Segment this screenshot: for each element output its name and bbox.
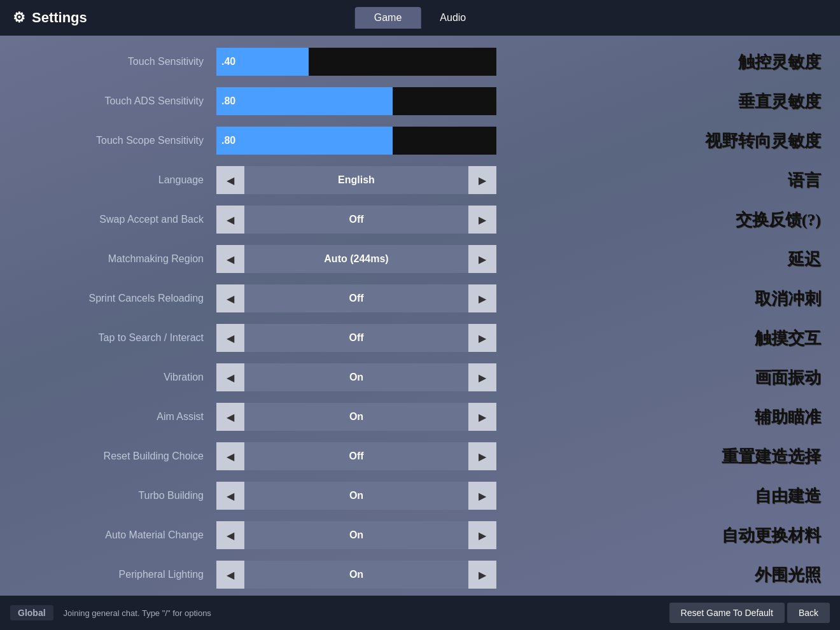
selector-row-2: Matchmaking Region ◀ Auto (244ms) ▶ 延迟 — [0, 239, 840, 279]
selector-value-4: Off — [244, 324, 468, 352]
chinese-sel-annotation-2: 延迟 — [788, 248, 821, 270]
chinese-sel-annotation-8: 自由建造 — [755, 485, 821, 507]
back-button[interactable]: Back — [787, 603, 830, 623]
selector-row-6: Aim Assist ◀ On ▶ 辅助瞄准 — [0, 397, 840, 437]
selector-label-7: Reset Building Choice — [0, 451, 216, 462]
selector-container-3: ◀ Off ▶ — [216, 284, 496, 312]
arrow-right-9[interactable]: ▶ — [468, 521, 496, 549]
selector-container-6: ◀ On ▶ — [216, 403, 496, 431]
arrow-left-3[interactable]: ◀ — [216, 284, 244, 312]
title-text: Settings — [32, 10, 87, 26]
slider-track-0[interactable]: .40 — [216, 48, 496, 76]
arrow-left-6[interactable]: ◀ — [216, 403, 244, 431]
selector-container-8: ◀ On ▶ — [216, 482, 496, 510]
arrow-right-2[interactable]: ▶ — [468, 245, 496, 273]
app-title: ⚙ Settings — [13, 10, 87, 26]
selector-value-6: On — [244, 403, 468, 431]
chinese-sel-annotation-3: 取消冲刺 — [755, 288, 821, 310]
slider-row-1: Touch ADS Sensitivity .80 垂直灵敏度 — [0, 81, 840, 121]
selector-label-0: Language — [0, 174, 216, 186]
selector-container-1: ◀ Off ▶ — [216, 206, 496, 234]
slider-row-2: Touch Scope Sensitivity .80 视野转向灵敏度 — [0, 121, 840, 160]
selector-label-4: Tap to Search / Interact — [0, 332, 216, 344]
slider-track-2[interactable]: .80 — [216, 127, 496, 155]
arrow-right-5[interactable]: ▶ — [468, 363, 496, 391]
slider-value-0: .40 — [221, 56, 235, 67]
selector-container-0: ◀ English ▶ — [216, 166, 496, 194]
reset-default-button[interactable]: Reset Game To Default — [669, 603, 785, 623]
slider-container-2[interactable]: .80 — [216, 127, 496, 155]
arrow-left-8[interactable]: ◀ — [216, 482, 244, 510]
selector-value-10: On — [244, 561, 468, 589]
selector-value-0: English — [244, 166, 468, 194]
selector-label-9: Auto Material Change — [0, 529, 216, 541]
chinese-annotation-1: 垂直灵敏度 — [738, 90, 821, 113]
footer: Global Joining general chat. Type "/" fo… — [0, 596, 840, 630]
slider-container-0[interactable]: .40 — [216, 48, 496, 76]
selector-container-2: ◀ Auto (244ms) ▶ — [216, 245, 496, 273]
selector-row-0: Language ◀ English ▶ 语言 — [0, 160, 840, 200]
slider-fill-2: .80 — [216, 127, 393, 155]
arrow-right-1[interactable]: ▶ — [468, 206, 496, 234]
main-content: Touch Sensitivity .40 触控灵敏度 Touch ADS Se… — [0, 36, 840, 596]
arrow-left-2[interactable]: ◀ — [216, 245, 244, 273]
selector-row-10: Peripheral Lighting ◀ On ▶ 外围光照 — [0, 555, 840, 594]
arrow-left-5[interactable]: ◀ — [216, 363, 244, 391]
selector-value-8: On — [244, 482, 468, 510]
setting-label-1: Touch ADS Sensitivity — [0, 95, 216, 107]
selector-container-9: ◀ On ▶ — [216, 521, 496, 549]
selector-label-8: Turbo Building — [0, 490, 216, 501]
selector-label-6: Aim Assist — [0, 411, 216, 423]
header-tabs: Game Audio — [355, 7, 486, 29]
selector-value-1: Off — [244, 206, 468, 234]
arrow-right-7[interactable]: ▶ — [468, 442, 496, 470]
arrow-right-10[interactable]: ▶ — [468, 561, 496, 589]
slider-value-1: .80 — [221, 95, 235, 107]
selector-label-3: Sprint Cancels Reloading — [0, 293, 216, 304]
selector-value-2: Auto (244ms) — [244, 245, 468, 273]
selector-row-1: Swap Accept and Back ◀ Off ▶ 交换反馈(?) — [0, 200, 840, 239]
chinese-sel-annotation-10: 外围光照 — [755, 564, 821, 586]
selector-row-5: Vibration ◀ On ▶ 画面振动 — [0, 358, 840, 397]
slider-row-0: Touch Sensitivity .40 触控灵敏度 — [0, 42, 840, 81]
chinese-sel-annotation-1: 交换反馈(?) — [736, 209, 821, 231]
selector-container-7: ◀ Off ▶ — [216, 442, 496, 470]
selector-container-10: ◀ On ▶ — [216, 561, 496, 589]
slider-track-1[interactable]: .80 — [216, 87, 496, 115]
selector-value-9: On — [244, 521, 468, 549]
arrow-left-4[interactable]: ◀ — [216, 324, 244, 352]
selector-value-5: On — [244, 363, 468, 391]
chinese-annotation-2: 视野转向灵敏度 — [705, 130, 821, 152]
selector-value-7: Off — [244, 442, 468, 470]
header: ⚙ Settings Game Audio — [0, 0, 840, 36]
selector-row-9: Auto Material Change ◀ On ▶ 自动更换材料 — [0, 515, 840, 555]
arrow-left-1[interactable]: ◀ — [216, 206, 244, 234]
arrow-right-0[interactable]: ▶ — [468, 166, 496, 194]
arrow-left-9[interactable]: ◀ — [216, 521, 244, 549]
selector-label-1: Swap Accept and Back — [0, 214, 216, 225]
arrow-right-3[interactable]: ▶ — [468, 284, 496, 312]
arrow-right-6[interactable]: ▶ — [468, 403, 496, 431]
chinese-sel-annotation-9: 自动更换材料 — [722, 524, 821, 547]
tab-game[interactable]: Game — [355, 7, 421, 29]
chinese-sel-annotation-7: 重置建造选择 — [722, 445, 821, 468]
gear-icon: ⚙ — [13, 10, 25, 26]
setting-label-2: Touch Scope Sensitivity — [0, 135, 216, 146]
global-label: Global — [10, 605, 53, 620]
slider-value-2: .80 — [221, 135, 235, 146]
arrow-right-8[interactable]: ▶ — [468, 482, 496, 510]
selector-row-8: Turbo Building ◀ On ▶ 自由建造 — [0, 476, 840, 515]
selector-row-4: Tap to Search / Interact ◀ Off ▶ 触摸交互 — [0, 318, 840, 358]
arrow-left-0[interactable]: ◀ — [216, 166, 244, 194]
arrow-left-7[interactable]: ◀ — [216, 442, 244, 470]
selector-row-7: Reset Building Choice ◀ Off ▶ 重置建造选择 — [0, 437, 840, 476]
selector-container-5: ◀ On ▶ — [216, 363, 496, 391]
selector-value-3: Off — [244, 284, 468, 312]
footer-buttons: Reset Game To Default Back — [669, 603, 830, 623]
chinese-sel-annotation-4: 触摸交互 — [755, 327, 821, 349]
arrow-right-4[interactable]: ▶ — [468, 324, 496, 352]
chinese-sel-annotation-6: 辅助瞄准 — [755, 406, 821, 428]
slider-container-1[interactable]: .80 — [216, 87, 496, 115]
tab-audio[interactable]: Audio — [421, 7, 485, 29]
arrow-left-10[interactable]: ◀ — [216, 561, 244, 589]
